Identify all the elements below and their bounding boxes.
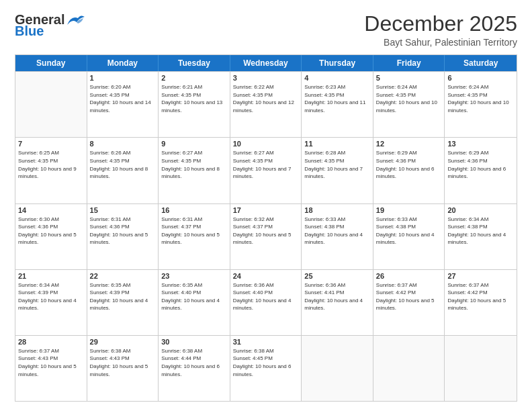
day-number: 19 <box>376 206 442 214</box>
day-number: 28 <box>18 338 84 346</box>
day-header-wednesday: Wednesday <box>230 55 302 71</box>
cal-cell: 2Sunrise: 6:21 AMSunset: 4:35 PMDaylight… <box>159 72 230 137</box>
day-number: 12 <box>376 140 442 148</box>
cal-cell: 3Sunrise: 6:22 AMSunset: 4:35 PMDaylight… <box>230 72 302 137</box>
day-number: 24 <box>233 272 299 280</box>
cal-cell: 12Sunrise: 6:29 AMSunset: 4:36 PMDayligh… <box>373 138 445 203</box>
sun-info: Sunrise: 6:26 AMSunset: 4:35 PMDaylight:… <box>90 149 156 180</box>
cal-cell: 31Sunrise: 6:38 AMSunset: 4:45 PMDayligh… <box>230 336 302 401</box>
sun-info: Sunrise: 6:20 AMSunset: 4:35 PMDaylight:… <box>90 83 156 114</box>
day-number: 3 <box>233 74 299 82</box>
logo-blue: Blue <box>15 24 44 39</box>
cal-cell: 1Sunrise: 6:20 AMSunset: 4:35 PMDaylight… <box>87 72 159 137</box>
main-title: December 2025 <box>364 12 517 36</box>
cal-cell: 15Sunrise: 6:31 AMSunset: 4:36 PMDayligh… <box>87 204 159 269</box>
sun-info: Sunrise: 6:24 AMSunset: 4:35 PMDaylight:… <box>447 83 514 114</box>
day-header-friday: Friday <box>373 55 445 71</box>
day-number: 27 <box>447 272 514 280</box>
sun-info: Sunrise: 6:33 AMSunset: 4:38 PMDaylight:… <box>304 216 370 246</box>
day-number: 22 <box>90 272 156 280</box>
day-number: 23 <box>161 272 227 280</box>
cal-cell: 27Sunrise: 6:37 AMSunset: 4:42 PMDayligh… <box>445 270 517 335</box>
day-number: 11 <box>304 140 370 148</box>
cal-cell: 18Sunrise: 6:33 AMSunset: 4:38 PMDayligh… <box>302 204 373 269</box>
cal-cell: 10Sunrise: 6:27 AMSunset: 4:35 PMDayligh… <box>230 138 302 203</box>
cal-cell: 23Sunrise: 6:35 AMSunset: 4:40 PMDayligh… <box>159 270 230 335</box>
day-number: 17 <box>233 206 299 214</box>
cal-cell: 21Sunrise: 6:34 AMSunset: 4:39 PMDayligh… <box>15 270 87 335</box>
day-header-sunday: Sunday <box>15 55 87 71</box>
cal-cell: 16Sunrise: 6:31 AMSunset: 4:37 PMDayligh… <box>159 204 230 269</box>
sun-info: Sunrise: 6:34 AMSunset: 4:39 PMDaylight:… <box>18 281 84 312</box>
sun-info: Sunrise: 6:36 AMSunset: 4:40 PMDaylight:… <box>233 281 299 312</box>
day-number: 5 <box>376 74 442 82</box>
calendar: SundayMondayTuesdayWednesdayThursdayFrid… <box>15 54 517 402</box>
cal-cell: 30Sunrise: 6:38 AMSunset: 4:44 PMDayligh… <box>159 336 230 401</box>
day-header-saturday: Saturday <box>445 55 517 71</box>
day-number: 29 <box>90 338 156 346</box>
cal-cell: 9Sunrise: 6:27 AMSunset: 4:35 PMDaylight… <box>159 138 230 203</box>
sun-info: Sunrise: 6:35 AMSunset: 4:39 PMDaylight:… <box>90 281 156 312</box>
sun-info: Sunrise: 6:31 AMSunset: 4:36 PMDaylight:… <box>90 216 156 246</box>
sun-info: Sunrise: 6:33 AMSunset: 4:38 PMDaylight:… <box>376 216 442 246</box>
day-header-tuesday: Tuesday <box>159 55 230 71</box>
day-number: 31 <box>233 338 299 346</box>
sun-info: Sunrise: 6:37 AMSunset: 4:43 PMDaylight:… <box>18 347 84 378</box>
cal-cell <box>445 336 517 401</box>
cal-cell <box>15 72 87 137</box>
day-number: 15 <box>90 206 156 214</box>
week-row-5: 28Sunrise: 6:37 AMSunset: 4:43 PMDayligh… <box>15 335 517 401</box>
title-block: December 2025 Bayt Sahur, Palestinian Te… <box>364 12 517 48</box>
day-number: 21 <box>18 272 84 280</box>
sun-info: Sunrise: 6:29 AMSunset: 4:36 PMDaylight:… <box>447 149 514 180</box>
header: General Blue December 2025 Bayt Sahur, P… <box>15 12 517 48</box>
week-row-2: 7Sunrise: 6:25 AMSunset: 4:35 PMDaylight… <box>15 137 517 203</box>
sun-info: Sunrise: 6:29 AMSunset: 4:36 PMDaylight:… <box>376 149 442 180</box>
day-number: 25 <box>304 272 370 280</box>
week-row-1: 1Sunrise: 6:20 AMSunset: 4:35 PMDaylight… <box>15 71 517 137</box>
cal-cell: 19Sunrise: 6:33 AMSunset: 4:38 PMDayligh… <box>373 204 445 269</box>
week-row-3: 14Sunrise: 6:30 AMSunset: 4:36 PMDayligh… <box>15 203 517 269</box>
day-header-monday: Monday <box>87 55 159 71</box>
sun-info: Sunrise: 6:38 AMSunset: 4:43 PMDaylight:… <box>90 347 156 378</box>
sun-info: Sunrise: 6:37 AMSunset: 4:42 PMDaylight:… <box>376 281 442 312</box>
sun-info: Sunrise: 6:34 AMSunset: 4:38 PMDaylight:… <box>447 216 514 246</box>
day-number: 10 <box>233 140 299 148</box>
cal-cell: 26Sunrise: 6:37 AMSunset: 4:42 PMDayligh… <box>373 270 445 335</box>
day-number: 8 <box>90 140 156 148</box>
cal-cell: 6Sunrise: 6:24 AMSunset: 4:35 PMDaylight… <box>445 72 517 137</box>
sun-info: Sunrise: 6:28 AMSunset: 4:35 PMDaylight:… <box>304 149 370 180</box>
day-number: 13 <box>447 140 514 148</box>
sun-info: Sunrise: 6:38 AMSunset: 4:44 PMDaylight:… <box>161 347 227 378</box>
sun-info: Sunrise: 6:38 AMSunset: 4:45 PMDaylight:… <box>233 347 299 378</box>
cal-cell: 14Sunrise: 6:30 AMSunset: 4:36 PMDayligh… <box>15 204 87 269</box>
logo: General Blue <box>15 12 86 39</box>
page: General Blue December 2025 Bayt Sahur, P… <box>0 0 532 411</box>
sun-info: Sunrise: 6:25 AMSunset: 4:35 PMDaylight:… <box>18 149 84 180</box>
sun-info: Sunrise: 6:27 AMSunset: 4:35 PMDaylight:… <box>233 149 299 180</box>
cal-cell: 8Sunrise: 6:26 AMSunset: 4:35 PMDaylight… <box>87 138 159 203</box>
logo-bird-icon <box>64 13 86 28</box>
cal-cell: 4Sunrise: 6:23 AMSunset: 4:35 PMDaylight… <box>302 72 373 137</box>
day-number: 2 <box>161 74 227 82</box>
cal-cell: 25Sunrise: 6:36 AMSunset: 4:41 PMDayligh… <box>302 270 373 335</box>
cal-cell: 22Sunrise: 6:35 AMSunset: 4:39 PMDayligh… <box>87 270 159 335</box>
day-number: 1 <box>90 74 156 82</box>
cal-cell <box>373 336 445 401</box>
cal-cell: 13Sunrise: 6:29 AMSunset: 4:36 PMDayligh… <box>445 138 517 203</box>
day-number: 20 <box>447 206 514 214</box>
cal-cell: 29Sunrise: 6:38 AMSunset: 4:43 PMDayligh… <box>87 336 159 401</box>
sun-info: Sunrise: 6:22 AMSunset: 4:35 PMDaylight:… <box>233 83 299 114</box>
cal-cell: 20Sunrise: 6:34 AMSunset: 4:38 PMDayligh… <box>445 204 517 269</box>
day-number: 16 <box>161 206 227 214</box>
cal-cell: 17Sunrise: 6:32 AMSunset: 4:37 PMDayligh… <box>230 204 302 269</box>
sun-info: Sunrise: 6:31 AMSunset: 4:37 PMDaylight:… <box>161 216 227 246</box>
day-number: 7 <box>18 140 84 148</box>
sun-info: Sunrise: 6:30 AMSunset: 4:36 PMDaylight:… <box>18 216 84 246</box>
day-number: 4 <box>304 74 370 82</box>
cal-cell <box>302 336 373 401</box>
cal-cell: 28Sunrise: 6:37 AMSunset: 4:43 PMDayligh… <box>15 336 87 401</box>
cal-cell: 5Sunrise: 6:24 AMSunset: 4:35 PMDaylight… <box>373 72 445 137</box>
week-row-4: 21Sunrise: 6:34 AMSunset: 4:39 PMDayligh… <box>15 269 517 335</box>
day-header-thursday: Thursday <box>302 55 373 71</box>
